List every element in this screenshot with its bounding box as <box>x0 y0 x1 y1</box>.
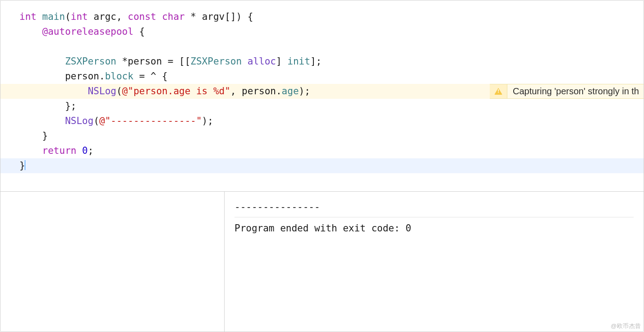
code-token: ( <box>93 115 99 126</box>
code-line[interactable]: NSLog(@"---------------"); <box>0 114 644 129</box>
code-line[interactable]: } <box>0 158 644 173</box>
editor-gap <box>0 173 644 191</box>
code-line[interactable]: }; <box>0 99 644 114</box>
code-line[interactable]: ZSXPerson *person = [[ZSXPerson alloc] i… <box>0 54 644 69</box>
code-token: ; <box>88 145 94 156</box>
text-cursor <box>25 160 26 170</box>
code-line[interactable]: } <box>0 129 644 143</box>
code-token: *person = [[ <box>116 56 190 67</box>
code-line[interactable] <box>0 39 644 54</box>
code-token: = ^ { <box>133 71 168 82</box>
inline-warning-message: Capturing 'person' strongly in th <box>507 84 644 99</box>
code-token: int <box>19 11 42 22</box>
code-line[interactable]: int main(int argc, const char * argv[]) … <box>0 9 644 24</box>
watermark: @欧币杰昔 <box>611 322 641 330</box>
code-line[interactable]: return 0; <box>0 143 644 158</box>
code-token: NSLog <box>88 86 116 97</box>
code-line[interactable]: person.block = ^ { <box>0 69 644 84</box>
code-token: ); <box>202 115 213 126</box>
code-token <box>76 145 82 156</box>
code-token: @"---------------" <box>99 115 202 126</box>
warning-triangle-icon: ! <box>490 84 507 99</box>
variables-view[interactable] <box>0 192 225 332</box>
code-token: block <box>105 71 133 82</box>
code-token: person. <box>65 71 105 82</box>
code-token: } <box>42 130 48 141</box>
code-token: NSLog <box>65 115 93 126</box>
console-output[interactable]: --------------- Program ended with exit … <box>225 192 644 332</box>
code-token: ( <box>65 11 71 22</box>
code-token: age <box>282 86 299 97</box>
code-token: @"person.age is %d" <box>122 86 230 97</box>
code-token: ZSXPerson <box>190 56 242 67</box>
code-token: alloc <box>248 56 276 67</box>
code-token: char <box>162 11 185 22</box>
code-token: init <box>287 56 310 67</box>
code-token: const <box>128 11 156 22</box>
code-line[interactable]: NSLog(@"person.age is %d", person.age);!… <box>0 84 644 99</box>
code-token: @autoreleasepool <box>42 26 133 37</box>
code-line[interactable]: @autoreleasepool { <box>0 24 644 39</box>
code-token: , person. <box>230 86 282 97</box>
code-token: ); <box>299 86 310 97</box>
xcode-window: int main(int argc, const char * argv[]) … <box>0 0 644 332</box>
code-token <box>242 56 248 67</box>
code-token: int <box>71 11 88 22</box>
code-token: * argv[]) { <box>185 11 253 22</box>
code-token: { <box>133 26 145 37</box>
code-token: ]; <box>310 56 322 67</box>
code-token: ] <box>276 56 287 67</box>
debug-area: --------------- Program ended with exit … <box>0 192 644 332</box>
inline-warning[interactable]: !Capturing 'person' strongly in th <box>490 84 644 99</box>
code-editor[interactable]: int main(int argc, const char * argv[]) … <box>0 0 644 173</box>
code-token <box>156 11 162 22</box>
console-line: Program ended with exit code: 0 <box>235 221 634 235</box>
code-token: ZSXPerson <box>65 56 116 67</box>
code-token: main <box>42 11 65 22</box>
code-token: argc, <box>88 11 128 22</box>
console-separator <box>235 217 634 217</box>
console-line: --------------- <box>235 200 634 214</box>
code-token: 0 <box>82 145 88 156</box>
code-token: ( <box>116 86 122 97</box>
code-token: }; <box>65 101 76 111</box>
code-token: return <box>42 145 77 156</box>
